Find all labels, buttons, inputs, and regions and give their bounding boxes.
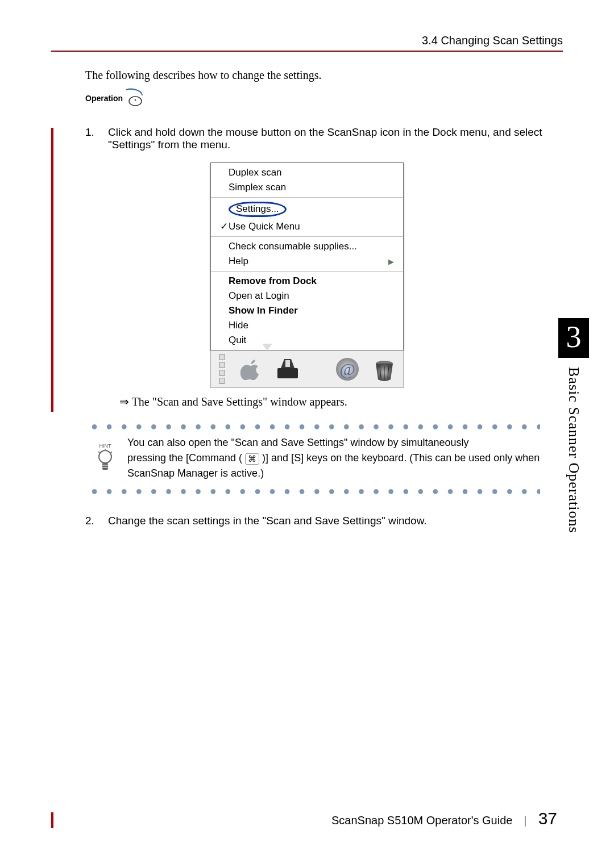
trash-dock-icon[interactable] <box>370 354 399 384</box>
scansnap-dock-icon[interactable] <box>273 354 302 384</box>
step-text: Change the scan settings in the "Scan an… <box>108 515 563 527</box>
menu-item-settings[interactable]: Settings... <box>211 200 403 219</box>
section-header: 3.4 Changing Scan Settings <box>51 34 563 47</box>
svg-line-13 <box>98 452 100 453</box>
steps-list-2: 2. Change the scan settings in the "Scan… <box>85 515 563 527</box>
steps-list: 1. Click and hold down the mouse button … <box>85 126 563 151</box>
svg-text:@: @ <box>339 360 355 379</box>
menu-item-quit[interactable]: Quit <box>211 333 403 348</box>
page: 3.4 Changing Scan Settings The following… <box>0 0 614 868</box>
menu-item-duplex[interactable]: Duplex scan <box>211 165 403 180</box>
menu-item-consumable[interactable]: Check consumable supplies... <box>211 239 403 254</box>
svg-line-14 <box>110 452 112 453</box>
left-change-bar <box>51 128 53 412</box>
menu-item-help[interactable]: Help ▶ <box>211 254 403 269</box>
footer-change-bar <box>51 812 53 828</box>
side-tab: 3 Basic Scanner Operations <box>558 318 589 533</box>
page-number: 37 <box>538 809 557 828</box>
menu-item-show-finder[interactable]: Show In Finder <box>211 303 403 318</box>
header-rule <box>51 51 563 52</box>
intro-text: The following describes how to change th… <box>85 69 563 82</box>
footer-separator: | <box>524 814 526 827</box>
chapter-number: 3 <box>558 318 589 358</box>
swoosh-icon <box>125 87 144 109</box>
apple-logo-icon[interactable] <box>237 354 265 384</box>
dot-border-top: ●●●●●●●●●●●●●●●●●●●●●●●●●●●●●●●●●● <box>91 420 540 433</box>
svg-point-11 <box>99 450 111 463</box>
menu-item-hide[interactable]: Hide <box>211 318 403 333</box>
svg-rect-15 <box>102 463 108 470</box>
svg-point-1 <box>135 99 136 101</box>
step-1: 1. Click and hold down the mouse button … <box>85 126 563 151</box>
context-menu: Duplex scan Simplex scan Settings... ✓Us… <box>210 162 404 350</box>
svg-point-0 <box>129 97 142 106</box>
operation-label: Operation <box>85 94 123 103</box>
footer: ScanSnap S510M Operator's Guide | 37 <box>331 809 557 828</box>
submenu-arrow-icon: ▶ <box>388 257 394 266</box>
menu-item-quick-menu[interactable]: ✓Use Quick Menu <box>211 219 403 234</box>
operation-graphic: Operation <box>85 87 563 109</box>
hint-text: You can also open the "Scan and Save Set… <box>127 435 540 481</box>
result-line: ⇒ The "Scan and Save Settings" window ap… <box>119 395 563 408</box>
dock-row: @ <box>210 350 404 388</box>
svg-rect-4 <box>285 360 290 367</box>
hint-block: ●●●●●●●●●●●●●●●●●●●●●●●●●●●●●●●●●● HINT … <box>91 420 540 498</box>
footer-guide: ScanSnap S510M Operator's Guide <box>331 814 512 827</box>
step-2: 2. Change the scan settings in the "Scan… <box>85 515 563 527</box>
dock-menu-figure: Duplex scan Simplex scan Settings... ✓Us… <box>210 162 404 388</box>
menu-item-remove-dock[interactable]: Remove from Dock <box>211 274 403 289</box>
step-number: 2. <box>85 515 97 527</box>
result-arrow-icon: ⇒ <box>119 395 132 408</box>
menu-item-open-login[interactable]: Open at Login <box>211 289 403 303</box>
dot-border-bottom: ●●●●●●●●●●●●●●●●●●●●●●●●●●●●●●●●●● <box>91 485 540 498</box>
command-key-icon: ⌘ <box>245 453 259 465</box>
menu-item-simplex[interactable]: Simplex scan <box>211 180 403 195</box>
hint-bulb-icon: HINT <box>91 435 119 481</box>
menu-pointer-icon <box>262 344 272 350</box>
finder-widgets-icon <box>215 354 229 384</box>
svg-rect-2 <box>277 368 298 378</box>
chapter-label: Basic Scanner Operations <box>565 367 582 533</box>
step-number: 1. <box>85 126 97 151</box>
step-text: Click and hold down the mouse button on … <box>108 126 563 151</box>
at-sign-dock-icon[interactable]: @ <box>333 354 362 384</box>
